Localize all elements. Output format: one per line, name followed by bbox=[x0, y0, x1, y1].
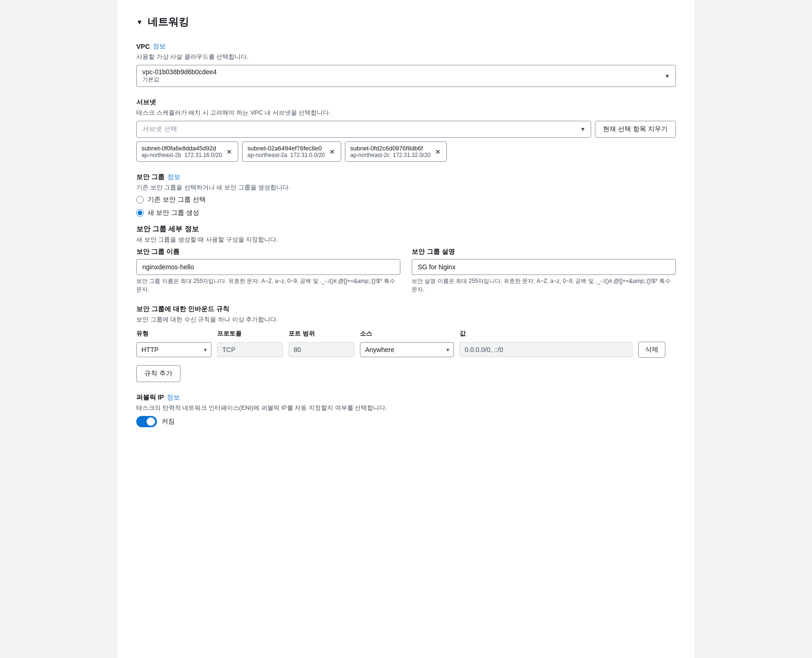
security-group-description: 기존 보안 그룹을 선택하거나 새 보안 그룹을 생성합니다. bbox=[136, 183, 676, 192]
vpc-description: 사용할 가상 사설 클라우드를 선택합니다. bbox=[136, 53, 676, 61]
rule-source-cell: Anywhere ▼ bbox=[360, 342, 454, 357]
rule-value-input bbox=[460, 342, 632, 357]
radio-existing[interactable]: 기존 보안 그룹 선택 bbox=[136, 196, 676, 204]
subnet-select[interactable]: 서브넷 선택 bbox=[136, 121, 591, 138]
rule-port-cell bbox=[289, 342, 354, 357]
sg-name-col: 보안 그룹 이름 보안 그룹 이름은 최대 255자입니다. 유효한 문자: A… bbox=[136, 248, 400, 294]
subnet-field: 서브넷 태스크 스케줄러가 배치 시 고려해야 하는 VPC 내 서브넷을 선택… bbox=[136, 98, 676, 162]
sg-name-desc-row: 보안 그룹 이름 보안 그룹 이름은 최대 255자입니다. 유효한 문자: A… bbox=[136, 248, 676, 294]
inbound-table-header: 유형 프로토콜 포트 범위 소스 값 bbox=[136, 329, 676, 338]
section-title: 네트워킹 bbox=[148, 15, 189, 29]
rule-delete-button[interactable]: 삭제 bbox=[638, 342, 665, 358]
inbound-title: 보안 그룹에 대한 인바운드 규칙 bbox=[136, 305, 676, 313]
public-ip-info-link[interactable]: 정보 bbox=[167, 393, 180, 402]
rule-port-input bbox=[289, 342, 354, 357]
col-protocol-header: 프로토콜 bbox=[217, 329, 283, 338]
sg-desc-label: 보안 그룹 설명 bbox=[412, 248, 676, 256]
security-group-info-link[interactable]: 정보 bbox=[167, 173, 180, 181]
sg-name-hint: 보안 그룹 이름은 최대 255자입니다. 유효한 문자: A~Z, a~z, … bbox=[136, 277, 400, 294]
rule-protocol-input bbox=[217, 342, 283, 357]
radio-new-label: 새 보안 그룹 생성 bbox=[148, 209, 199, 217]
sg-desc-input[interactable] bbox=[412, 259, 676, 275]
collapse-icon[interactable]: ▼ bbox=[136, 18, 143, 26]
vpc-label: VPC bbox=[136, 43, 150, 50]
toggle-slider bbox=[136, 416, 157, 427]
subnet-tag-close-0[interactable]: ✕ bbox=[226, 149, 233, 155]
rule-source-select[interactable]: Anywhere bbox=[360, 342, 454, 357]
public-ip-toggle[interactable] bbox=[136, 416, 157, 427]
radio-new[interactable]: 새 보안 그룹 생성 bbox=[136, 209, 676, 217]
col-source-header: 소스 bbox=[360, 329, 454, 338]
subnet-tags-container: subnet-0f0fa6e8dda45d92d ap-northeast-2b… bbox=[136, 141, 676, 162]
subnet-description: 태스크 스케줄러가 배치 시 고려해야 하는 VPC 내 서브넷을 선택합니다. bbox=[136, 109, 676, 117]
public-ip-description: 태스크의 탄력적 네트워크 인터페이스(ENI)에 퍼블릭 IP를 자동 지정할… bbox=[136, 404, 676, 412]
sg-name-label: 보안 그룹 이름 bbox=[136, 248, 400, 256]
inbound-desc: 보안 그룹에 대한 수신 규칙을 하나 이상 추가합니다. bbox=[136, 315, 676, 324]
public-ip-field: 퍼블릭 IP 정보 태스크의 탄력적 네트워크 인터페이스(ENI)에 퍼블릭 … bbox=[136, 393, 676, 427]
subnet-tag: subnet-0f0fa6e8dda45d92d ap-northeast-2b… bbox=[136, 141, 238, 162]
sg-sub-section-title: 보안 그룹 세부 정보 bbox=[136, 225, 676, 234]
sg-desc-hint: 보안 설명 이름은 최대 255자입니다. 유효한 문자: A~Z, a~z, … bbox=[412, 277, 676, 294]
col-value-header: 값 bbox=[460, 329, 632, 338]
vpc-field: VPC 정보 사용할 가상 사설 클라우드를 선택합니다. vpc-01b038… bbox=[136, 42, 676, 87]
sg-sub-section-desc: 새 보안 그룹을 생성할 때 사용할 구성을 지정합니다. bbox=[136, 235, 676, 244]
col-type-header: 유형 bbox=[136, 329, 211, 338]
vpc-select-wrapper: vpc-01b038b9d6b0cdee4 기본값 ▼ bbox=[136, 65, 676, 87]
sg-name-input[interactable] bbox=[136, 259, 400, 275]
rule-delete-cell: 삭제 bbox=[638, 342, 676, 358]
security-group-field: 보안 그룹 정보 기존 보안 그룹을 선택하거나 새 보안 그룹을 생성합니다.… bbox=[136, 173, 676, 294]
add-rule-button[interactable]: 규칙 추가 bbox=[136, 365, 180, 382]
col-port-header: 포트 범위 bbox=[289, 329, 354, 338]
radio-new-input[interactable] bbox=[136, 209, 144, 217]
subnet-label: 서브넷 bbox=[136, 98, 156, 107]
rule-type-cell: HTTP ▼ bbox=[136, 342, 211, 357]
radio-existing-input[interactable] bbox=[136, 196, 144, 204]
security-group-radio-group: 기존 보안 그룹 선택 새 보안 그룹 생성 bbox=[136, 196, 676, 217]
col-action-header bbox=[638, 329, 676, 338]
public-ip-label: 퍼블릭 IP bbox=[136, 393, 164, 402]
subnet-select-wrapper: 서브넷 선택 ▼ bbox=[136, 121, 591, 138]
vpc-info-link[interactable]: 정보 bbox=[153, 42, 166, 51]
rule-value-cell bbox=[460, 342, 632, 357]
subnet-tag: subnet-02a6494ef76fec8e0 ap-northeast-2a… bbox=[242, 141, 341, 162]
public-ip-toggle-label: 커짐 bbox=[162, 417, 175, 426]
inbound-rules-section: 보안 그룹에 대한 인바운드 규칙 보안 그룹에 대한 수신 규칙을 하나 이상… bbox=[136, 305, 676, 382]
inbound-rule-row: HTTP ▼ Anywhere ▼ 삭제 bbox=[136, 342, 676, 358]
vpc-select[interactable]: vpc-01b038b9d6b0cdee4 기본값 bbox=[136, 65, 676, 87]
security-group-label: 보안 그룹 bbox=[136, 173, 164, 181]
radio-existing-label: 기존 보안 그룹 선택 bbox=[148, 196, 206, 204]
subnet-tag: subnet-0fd2c6d0976f8db6f ap-northeast-2c… bbox=[345, 141, 447, 162]
sg-desc-col: 보안 그룹 설명 보안 설명 이름은 최대 255자입니다. 유효한 문자: A… bbox=[412, 248, 676, 294]
rule-type-select[interactable]: HTTP bbox=[136, 342, 211, 357]
rule-protocol-cell bbox=[217, 342, 283, 357]
subnet-tag-close-1[interactable]: ✕ bbox=[328, 149, 336, 155]
subnet-tag-close-2[interactable]: ✕ bbox=[434, 149, 442, 155]
public-ip-toggle-row: 커짐 bbox=[136, 416, 676, 427]
subnet-clear-button[interactable]: 현재 선택 항목 지우기 bbox=[595, 121, 676, 138]
